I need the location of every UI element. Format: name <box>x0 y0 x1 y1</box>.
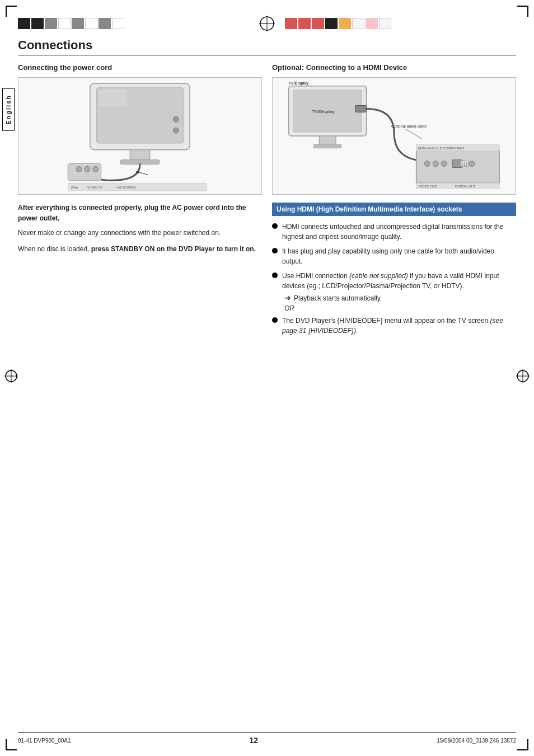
right-column: Optional: Connecting to a HDMI Device TV… <box>272 63 516 336</box>
bullet-text-4: The DVD Player's {HIVIDEODEF} menu will … <box>282 316 516 336</box>
svg-rect-23 <box>313 144 341 148</box>
hdmi-box-heading: Using HDMI (High Definition Multimedia I… <box>272 203 516 216</box>
power-diagram-svg: S/No VIDEO IN ~ AC POWER <box>18 78 261 194</box>
svg-text:DIGITAL OUT: DIGITAL OUT <box>455 185 476 188</box>
left-para2-bold: press STANDBY ON on the DVD Player to tu… <box>91 245 256 253</box>
cb-white-2 <box>379 18 391 29</box>
svg-line-26 <box>405 129 422 139</box>
svg-point-8 <box>173 116 179 122</box>
svg-point-9 <box>173 128 179 133</box>
bullet-text-3-italic: (cable not supplied) <box>349 272 408 280</box>
page-footer: 01-41 DVP900_00A1 12 15/09/2004 00_3139 … <box>18 732 516 745</box>
stripe-2 <box>31 18 44 29</box>
cb-white <box>352 18 364 29</box>
bullet-dot-4 <box>272 317 278 323</box>
svg-point-16 <box>76 166 82 172</box>
cb-red-3 <box>312 18 324 29</box>
svg-point-17 <box>85 166 90 172</box>
svg-text:VIDEO IN: VIDEO IN <box>87 186 102 189</box>
top-decoration-bar <box>18 16 516 31</box>
cb-orange <box>339 18 351 29</box>
cb-pink <box>366 18 378 29</box>
arrow-symbol: ➔ <box>284 293 291 303</box>
svg-text:S/No: S/No <box>71 186 78 189</box>
corner-mark-bl <box>6 739 17 750</box>
or-text: OR <box>284 303 516 313</box>
left-section-heading: Connecting the power cord <box>18 63 262 72</box>
power-cord-diagram: S/No VIDEO IN ~ AC POWER <box>18 77 262 195</box>
svg-point-30 <box>441 161 447 167</box>
corner-mark-tr <box>517 6 528 17</box>
cb-black <box>325 18 338 29</box>
footer-rule <box>18 732 516 733</box>
cb-red-2 <box>298 18 311 29</box>
left-text-area: After everything is connected properly, … <box>18 203 262 254</box>
corner-mark-tl <box>6 6 17 17</box>
right-colorbar-group <box>285 18 516 29</box>
svg-point-35 <box>464 163 465 164</box>
svg-rect-24 <box>355 106 367 112</box>
svg-rect-5 <box>99 90 127 106</box>
svg-point-39 <box>466 165 467 166</box>
page-title: Connections <box>18 38 516 55</box>
svg-rect-6 <box>130 150 150 160</box>
hdmi-diagram: TV/Display Optional audio cable <box>272 77 516 195</box>
svg-text:TV/Display: TV/Display <box>289 81 309 86</box>
svg-rect-22 <box>319 136 336 144</box>
right-section-heading: Optional: Connecting to a HDMI Device <box>272 63 516 72</box>
footer-right: 15/09/2004 00_3139 246 13872 <box>437 738 516 744</box>
reg-mark-right <box>516 369 530 384</box>
bullet-dot-1 <box>272 223 278 229</box>
bullet-dot-3 <box>272 273 278 278</box>
footer-left: 01-41 DVP900_00A1 <box>18 738 71 744</box>
bullet-item-2: It has plug and play capability using on… <box>272 246 516 266</box>
two-col-layout: Connecting the power cord <box>18 63 516 336</box>
stripe-5 <box>72 18 84 29</box>
bullet-item-4: The DVD Player's {HIVIDEODEF} menu will … <box>272 316 516 336</box>
hdmi-diagram-svg: TV/Display Optional audio cable <box>273 78 516 194</box>
svg-point-38 <box>464 165 465 166</box>
stripe-4 <box>58 18 71 29</box>
svg-point-29 <box>433 161 438 167</box>
left-para1: After everything is connected properly, … <box>18 203 262 223</box>
left-para2-prefix: When no disc is loaded, <box>18 245 91 253</box>
stripe-1 <box>18 18 30 29</box>
left-para1-normal: Never make or change any connections wit… <box>18 228 262 238</box>
stripe-6 <box>85 18 97 29</box>
svg-point-28 <box>424 161 430 167</box>
stripe-8 <box>112 18 124 29</box>
bullet-text-2: It has plug and play capability using on… <box>282 246 516 266</box>
svg-text:TV/Display: TV/Display <box>312 109 335 114</box>
footer-content: 01-41 DVP900_00A1 12 15/09/2004 00_3139 … <box>18 736 516 745</box>
cb-red-1 <box>285 18 297 29</box>
svg-text:Optional audio cable: Optional audio cable <box>391 124 427 129</box>
svg-point-34 <box>462 163 463 164</box>
bullet-text-4-italic: (see page 31 {HIVIDEODEF}). <box>282 317 503 335</box>
left-stripe-group <box>18 18 249 29</box>
reg-mark-left <box>4 369 18 384</box>
svg-text:~ AC POWER: ~ AC POWER <box>115 186 136 189</box>
bullet-item-3: Use HDMI connection (cable not supplied)… <box>272 271 516 313</box>
svg-point-36 <box>466 163 467 164</box>
footer-center: 12 <box>250 736 259 745</box>
svg-point-18 <box>93 166 99 172</box>
arrow-text: Playback starts automatically. <box>294 293 382 303</box>
bullet-text-3-container: Use HDMI connection (cable not supplied)… <box>282 271 516 313</box>
svg-text:VIDEO OUT: VIDEO OUT <box>419 185 438 188</box>
svg-text:HDMI   AV/RLS.D   COMPONENT: HDMI AV/RLS.D COMPONENT <box>418 147 465 150</box>
crosshair-left <box>259 16 275 31</box>
english-tab: English <box>2 88 15 131</box>
arrow-item-playback: ➔ Playback starts automatically. <box>284 293 516 303</box>
bullet-item-1: HDMI connects untouched and uncompressed… <box>272 222 516 242</box>
left-para2: When no disc is loaded, press STANDBY ON… <box>18 244 262 255</box>
bullet-text-1: HDMI connects untouched and uncompressed… <box>282 222 516 242</box>
page-content: English Connections Connecting the power… <box>18 38 516 728</box>
bullet-text-3-pre: Use HDMI connection <box>282 272 349 280</box>
svg-point-37 <box>462 165 463 166</box>
stripe-7 <box>99 18 111 29</box>
hdmi-bullet-list: HDMI connects untouched and uncompressed… <box>272 222 516 336</box>
stripe-3 <box>45 18 57 29</box>
left-column: Connecting the power cord <box>18 63 262 336</box>
corner-mark-br <box>517 739 528 750</box>
left-para1-bold: After everything is connected properly, … <box>18 204 246 222</box>
